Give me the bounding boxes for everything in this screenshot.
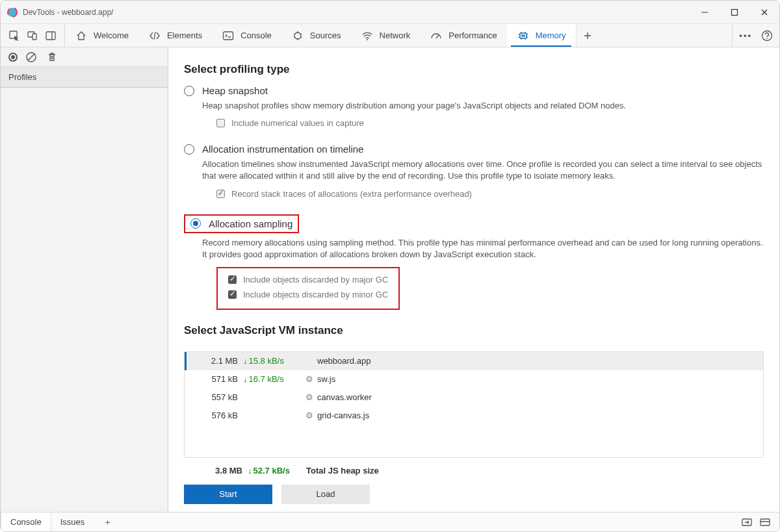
vm-instance-row[interactable]: 576 kB . ⚙ grid-canvas.js xyxy=(185,407,763,425)
sidebar-section-profiles[interactable]: Profiles xyxy=(1,67,168,88)
vm-instance-row[interactable]: 571 kB 16.7 kB/s ⚙ sw.js xyxy=(185,370,763,388)
total-label: Total JS heap size xyxy=(306,466,379,475)
memory-icon xyxy=(516,29,530,43)
tab-sources[interactable]: Sources xyxy=(281,24,351,47)
checkbox-record-stacks[interactable] xyxy=(216,190,225,198)
checkbox-label: Include numerical values in capture xyxy=(231,118,364,128)
tab-label: Memory xyxy=(536,31,566,40)
devtools-panel-tabs: Welcome Elements Console Sources Network… xyxy=(1,24,779,47)
tab-label: Welcome xyxy=(94,31,129,40)
help-icon[interactable] xyxy=(761,30,773,42)
checkbox-major-gc[interactable] xyxy=(228,275,237,284)
dock-side-icon[interactable] xyxy=(44,29,58,43)
window-minimize-button[interactable] xyxy=(690,1,720,24)
network-icon xyxy=(360,29,374,43)
checkbox-minor-gc[interactable] xyxy=(228,290,237,299)
tab-label: Network xyxy=(380,31,411,40)
tab-label: Performance xyxy=(448,31,497,40)
vm-instance-row[interactable]: 2.1 MB 15.8 kB/s webboard.app xyxy=(185,352,763,370)
clear-icon[interactable] xyxy=(24,50,38,64)
performance-icon xyxy=(429,29,443,43)
vm-size: 557 kB xyxy=(185,392,243,402)
inspect-element-icon[interactable] xyxy=(7,29,21,43)
total-size: 3.8 MB xyxy=(200,466,248,475)
heading-vm-instance: Select JavaScript VM instance xyxy=(184,324,764,337)
record-icon[interactable] xyxy=(8,53,18,62)
vm-size: 571 kB xyxy=(185,374,243,384)
tab-console[interactable]: Console xyxy=(212,24,281,47)
devtools-logo-icon xyxy=(7,7,18,18)
total-heap-row: 3.8 MB 52.7 kB/s Total JS heap size xyxy=(184,458,764,485)
svg-point-19 xyxy=(762,31,772,40)
svg-rect-15 xyxy=(520,33,526,38)
svg-line-22 xyxy=(28,54,34,60)
option-title: Allocation sampling xyxy=(209,218,292,229)
load-button[interactable]: Load xyxy=(281,485,370,504)
tab-performance[interactable]: Performance xyxy=(420,24,506,47)
memory-panel-content: Select profiling type Heap snapshot Heap… xyxy=(168,47,779,512)
vm-name: canvas.worker xyxy=(317,392,372,402)
svg-point-13 xyxy=(367,39,368,40)
delete-icon[interactable] xyxy=(45,50,59,64)
drawer-close-icon[interactable] xyxy=(760,518,770,527)
window-title: DevTools - webboard.app/ xyxy=(23,8,113,17)
drawer-expand-icon[interactable] xyxy=(742,518,752,527)
svg-rect-11 xyxy=(224,32,233,40)
svg-rect-16 xyxy=(522,35,525,36)
vm-rate: . xyxy=(243,392,302,402)
option-title: Heap snapshot xyxy=(202,85,268,96)
svg-rect-9 xyxy=(46,32,55,40)
drawer-tab-issues[interactable]: Issues xyxy=(51,513,95,531)
tab-label: Sources xyxy=(310,31,341,40)
vm-instance-row[interactable]: 557 kB . ⚙ canvas.worker xyxy=(185,388,763,407)
option-allocation-timeline[interactable]: Allocation instrumentation on timeline A… xyxy=(184,144,764,203)
checkbox-include-numeric[interactable] xyxy=(216,119,225,127)
vm-size: 576 kB xyxy=(185,411,243,420)
radio-allocation-timeline[interactable] xyxy=(184,144,194,155)
drawer-tab-console[interactable]: Console xyxy=(1,512,51,531)
gear-icon: ⚙ xyxy=(302,374,317,384)
option-title: Allocation instrumentation on timeline xyxy=(202,144,363,155)
svg-rect-24 xyxy=(760,519,770,526)
option-allocation-sampling[interactable]: Allocation sampling Record memory alloca… xyxy=(184,214,764,310)
start-button[interactable]: Start xyxy=(184,485,272,504)
radio-allocation-sampling[interactable] xyxy=(190,218,201,229)
vm-rate: . xyxy=(243,411,302,420)
window-maximize-button[interactable] xyxy=(720,1,749,24)
device-emulation-icon[interactable] xyxy=(25,29,40,43)
vm-size: 2.1 MB xyxy=(185,356,243,366)
tab-elements[interactable]: Elements xyxy=(138,24,212,47)
svg-point-12 xyxy=(294,32,301,39)
option-desc: Allocation timelines show instrumented J… xyxy=(202,158,764,182)
option-desc: Heap snapshot profiles show memory distr… xyxy=(202,100,764,112)
svg-line-14 xyxy=(436,35,439,38)
home-icon xyxy=(74,29,88,43)
tab-memory[interactable]: Memory xyxy=(507,24,576,47)
radio-heap-snapshot[interactable] xyxy=(184,86,194,96)
add-tab-button[interactable] xyxy=(576,24,599,47)
option-desc: Record memory allocations using sampling… xyxy=(202,237,764,260)
svg-rect-3 xyxy=(732,9,738,15)
devtools-drawer: Console Issues ＋ xyxy=(1,512,779,531)
gear-icon: ⚙ xyxy=(302,411,317,420)
option-heap-snapshot[interactable]: Heap snapshot Heap snapshot profiles sho… xyxy=(184,85,764,133)
checkbox-label: Record stack traces of allocations (extr… xyxy=(231,189,472,199)
total-rate: 52.7 kB/s xyxy=(248,466,306,475)
drawer-add-tab[interactable]: ＋ xyxy=(94,513,122,531)
svg-point-20 xyxy=(766,38,768,39)
tab-network[interactable]: Network xyxy=(351,24,421,47)
checkbox-label: Include objects discarded by major GC xyxy=(243,275,388,285)
vm-instance-table: 2.1 MB 15.8 kB/s webboard.app 571 kB 16.… xyxy=(184,351,764,458)
tab-label: Elements xyxy=(167,31,202,40)
checkbox-label: Include objects discarded by minor GC xyxy=(243,290,388,299)
vm-name: sw.js xyxy=(317,374,335,384)
elements-icon xyxy=(148,29,162,43)
memory-sidebar: Profiles xyxy=(1,47,168,512)
window-titlebar: DevTools - webboard.app/ xyxy=(1,1,779,24)
more-options-icon[interactable]: ••• xyxy=(739,31,752,40)
heading-profiling-type: Select profiling type xyxy=(184,63,764,76)
window-close-button[interactable] xyxy=(749,1,779,24)
gear-icon: ⚙ xyxy=(302,392,317,402)
tab-label: Console xyxy=(240,31,272,40)
tab-welcome[interactable]: Welcome xyxy=(65,24,138,47)
